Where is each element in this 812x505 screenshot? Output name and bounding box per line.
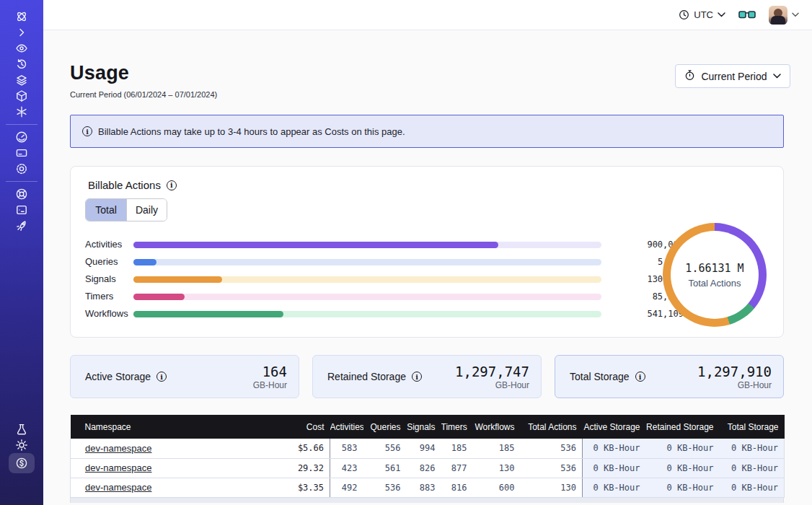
timers-cell: 185 <box>441 439 473 458</box>
activities-cell: 583 <box>330 439 363 458</box>
signals-cell: 994 <box>407 439 441 458</box>
table-header-row: NamespaceCostActivitiesQueriesSignalsTim… <box>71 415 785 439</box>
retained-storage-cell: 0 KB-Hour <box>646 478 720 497</box>
retained-storage-cell: 0 KB-Hour <box>646 439 720 458</box>
queries-cell: 561 <box>363 458 407 478</box>
bar-row: Workflows 541,109 <box>71 305 691 322</box>
terminal-icon[interactable] <box>9 202 34 218</box>
timezone-dropdown[interactable]: UTC <box>679 9 725 20</box>
info-icon[interactable]: i <box>167 180 177 190</box>
donut-chart: 1.66131 M Total Actions <box>663 223 767 327</box>
column-header: Workflows <box>473 415 521 439</box>
active-storage-cell: 0 KB-Hour <box>583 458 646 478</box>
timezone-label: UTC <box>694 9 713 20</box>
cube-icon[interactable] <box>9 88 34 104</box>
rocket-icon[interactable] <box>9 218 34 234</box>
clock-icon <box>679 9 689 20</box>
bar-row: Timers 85,201 <box>71 288 691 305</box>
topbar: UTC <box>43 0 812 30</box>
retained-storage-card: Retained Storagei 1,297,747 GB-Hour <box>312 355 542 398</box>
activities-cell: 423 <box>330 458 363 478</box>
info-icon[interactable]: i <box>635 372 645 382</box>
bar-fill <box>133 259 156 265</box>
chevron-down-icon <box>773 74 781 79</box>
sidebar <box>0 0 43 505</box>
cost-cell: $3.35 <box>250 478 330 497</box>
storage-card-value: 164 <box>253 364 287 379</box>
bar-track <box>133 242 601 248</box>
page-subtitle: Current Period (06/01/2024 – 07/01/2024) <box>70 90 217 99</box>
layers-icon[interactable] <box>9 72 34 88</box>
bar-row: Signals 130,000 <box>71 271 691 288</box>
gauge-icon[interactable] <box>9 129 34 145</box>
bar-fill <box>133 276 222 283</box>
table-row: dev-namespace $5.66 583 556 994 185 185 … <box>71 439 785 458</box>
eye-icon[interactable] <box>9 40 34 56</box>
info-icon[interactable]: i <box>412 372 422 382</box>
bar-label: Activities <box>85 239 122 250</box>
period-selector-button[interactable]: Current Period <box>675 64 790 88</box>
usage-page: UTC Usage Current Period (06/01/2024 – 0… <box>0 0 812 505</box>
sidebar-divider <box>6 181 37 182</box>
avatar[interactable] <box>769 6 787 25</box>
bar-track <box>133 311 601 317</box>
activities-cell: 492 <box>330 478 363 497</box>
storage-card-value: 1,297,747 <box>455 364 529 379</box>
signals-cell: 883 <box>407 478 441 497</box>
account-menu[interactable] <box>769 6 799 25</box>
column-header: Retained Storage <box>646 415 720 439</box>
bar-track <box>133 276 601 283</box>
info-icon[interactable]: i <box>156 372 167 382</box>
table-body: dev-namespace $5.66 583 556 994 185 185 … <box>71 439 785 497</box>
tab-daily[interactable]: Daily <box>126 199 167 221</box>
bar-fill <box>133 294 185 300</box>
bar-fill <box>133 242 498 248</box>
storage-card-unit: GB-Hour <box>253 380 287 390</box>
storage-card-label: Total Storagei <box>570 371 645 382</box>
history-icon[interactable] <box>9 56 34 72</box>
storage-card-label: Active Storagei <box>85 371 167 382</box>
billable-actions-title: Billable Actions i <box>88 179 177 191</box>
total-actions-value: 1.66131 M <box>685 262 743 275</box>
temporal-logo-icon[interactable] <box>9 9 34 25</box>
tab-total[interactable]: Total <box>86 199 126 221</box>
total-storage-cell: 0 KB-Hour <box>720 458 785 478</box>
total-actions-cell: 130 <box>521 478 583 497</box>
timers-cell: 877 <box>441 458 473 478</box>
workflows-cell: 600 <box>473 478 521 497</box>
main-content: Usage Current Period (06/01/2024 – 07/01… <box>43 30 812 505</box>
bar-track <box>133 259 601 265</box>
namespace-link[interactable]: dev-namespace <box>85 462 152 473</box>
billable-actions-title-text: Billable Actions <box>88 179 161 191</box>
dollar-coin-icon[interactable] <box>9 453 35 473</box>
flask-icon[interactable] <box>9 421 34 437</box>
glasses-icon[interactable] <box>738 9 756 21</box>
namespace-link[interactable]: dev-namespace <box>85 443 152 454</box>
sun-icon[interactable] <box>9 437 34 453</box>
total-actions-label: Total Actions <box>689 278 741 289</box>
total-storage-cell: 0 KB-Hour <box>720 478 785 497</box>
life-ring-icon[interactable] <box>9 186 34 202</box>
bar-label: Workflows <box>85 308 128 319</box>
chevron-down-icon <box>792 12 799 17</box>
info-icon: i <box>82 126 92 136</box>
banner-text: Billable Actions may take up to 3-4 hour… <box>98 126 405 137</box>
total-actions-cell: 536 <box>521 458 583 478</box>
signals-cell: 826 <box>407 458 441 478</box>
total-storage-cell: 0 KB-Hour <box>720 439 785 458</box>
column-header: Queries <box>363 415 407 439</box>
asterisk-icon[interactable] <box>9 104 34 120</box>
credit-card-icon[interactable] <box>9 145 34 161</box>
chevron-down-icon <box>718 12 725 17</box>
active-storage-cell: 0 KB-Hour <box>583 439 646 458</box>
cost-cell: $5.66 <box>250 439 330 458</box>
queries-cell: 556 <box>363 439 407 458</box>
column-header: Timers <box>441 415 473 439</box>
gear-icon[interactable] <box>9 161 34 177</box>
chevron-right-icon[interactable] <box>9 25 34 40</box>
namespace-link[interactable]: dev-namespace <box>85 482 152 493</box>
column-header: Total Actions <box>521 415 583 439</box>
page-title: Usage <box>70 62 129 84</box>
table-row: dev-namespace 29.32 423 561 826 877 130 … <box>71 458 785 478</box>
total-daily-toggle: Total Daily <box>85 198 167 221</box>
